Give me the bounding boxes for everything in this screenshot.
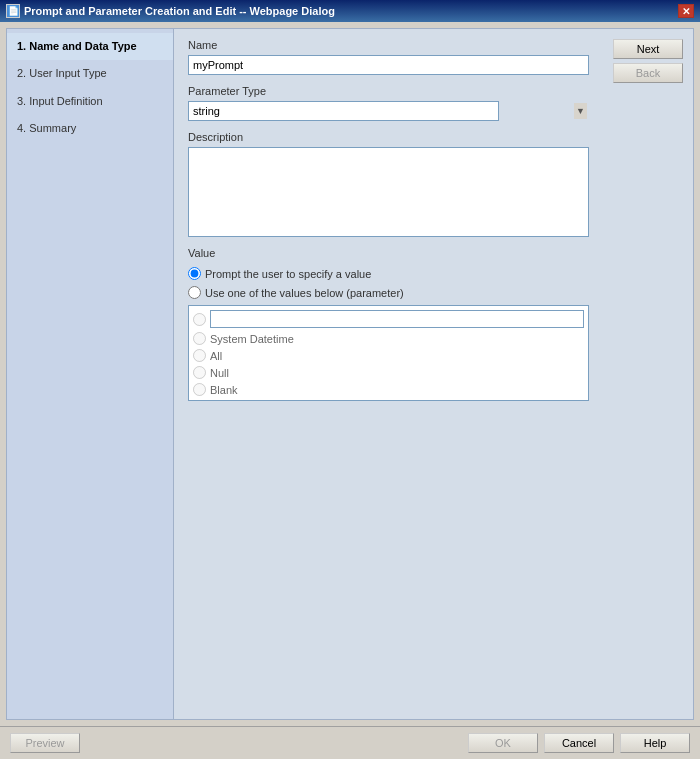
param-type-select[interactable]: string integer decimal date datetime boo… (188, 101, 499, 121)
value-box-item-blank: Blank (193, 383, 584, 396)
title-bar-left: 📄 Prompt and Parameter Creation and Edit… (6, 4, 335, 18)
radio-use-one-label[interactable]: Use one of the values below (parameter) (205, 287, 404, 299)
radio-use-one-input[interactable] (188, 286, 201, 299)
right-panel: Next Back Name Parameter Type string int… (174, 28, 694, 720)
value-box-radio-null[interactable] (193, 366, 206, 379)
sidebar-item-summary[interactable]: 4. Summary (7, 115, 173, 142)
cancel-button[interactable]: Cancel (544, 733, 614, 753)
back-button[interactable]: Back (613, 63, 683, 83)
value-box-item-custom (193, 310, 584, 328)
top-buttons: Next Back (613, 39, 683, 83)
param-type-wrapper: string integer decimal date datetime boo… (188, 101, 589, 121)
value-box-radio-system-datetime[interactable] (193, 332, 206, 345)
value-box-radio-blank[interactable] (193, 383, 206, 396)
bottom-bar: Preview OK Cancel Help (0, 726, 700, 759)
help-button[interactable]: Help (620, 733, 690, 753)
value-box-item-system-datetime: System Datetime (193, 332, 584, 345)
value-box-label-blank[interactable]: Blank (210, 384, 238, 396)
description-field-group: Description (188, 131, 679, 237)
value-section: Value Prompt the user to specify a value… (188, 247, 679, 401)
value-label: Value (188, 247, 679, 259)
radio-use-one-option: Use one of the values below (parameter) (188, 286, 679, 299)
value-box-radio-custom[interactable] (193, 313, 206, 326)
next-button[interactable]: Next (613, 39, 683, 59)
description-input[interactable] (188, 147, 589, 237)
radio-prompt-option: Prompt the user to specify a value (188, 267, 679, 280)
sidebar-item-user-input-type[interactable]: 2. User Input Type (7, 60, 173, 87)
value-box-label-null[interactable]: Null (210, 367, 229, 379)
name-field-group: Name (188, 39, 679, 75)
description-label: Description (188, 131, 679, 143)
title-bar: 📄 Prompt and Parameter Creation and Edit… (0, 0, 700, 22)
value-box-item-all: All (193, 349, 584, 362)
value-box: System Datetime All Null Blank (188, 305, 589, 401)
content-area: 1. Name and Data Type 2. User Input Type… (0, 22, 700, 726)
sidebar-item-name-and-data-type[interactable]: 1. Name and Data Type (7, 33, 173, 60)
sidebar: 1. Name and Data Type 2. User Input Type… (6, 28, 174, 720)
main-container: 1. Name and Data Type 2. User Input Type… (0, 22, 700, 759)
ok-button[interactable]: OK (468, 733, 538, 753)
sidebar-item-input-definition[interactable]: 3. Input Definition (7, 88, 173, 115)
preview-button[interactable]: Preview (10, 733, 80, 753)
value-box-label-system-datetime[interactable]: System Datetime (210, 333, 294, 345)
radio-prompt-input[interactable] (188, 267, 201, 280)
name-input[interactable] (188, 55, 589, 75)
value-box-item-null: Null (193, 366, 584, 379)
param-type-field-group: Parameter Type string integer decimal da… (188, 85, 679, 121)
radio-prompt-label[interactable]: Prompt the user to specify a value (205, 268, 371, 280)
bottom-right-buttons: OK Cancel Help (468, 733, 690, 753)
value-box-text-input[interactable] (210, 310, 584, 328)
param-type-label: Parameter Type (188, 85, 679, 97)
title-bar-text: Prompt and Parameter Creation and Edit -… (24, 5, 335, 17)
app-icon: 📄 (6, 4, 20, 18)
value-box-label-all[interactable]: All (210, 350, 222, 362)
close-button[interactable]: ✕ (678, 4, 694, 18)
name-label: Name (188, 39, 679, 51)
value-box-radio-all[interactable] (193, 349, 206, 362)
